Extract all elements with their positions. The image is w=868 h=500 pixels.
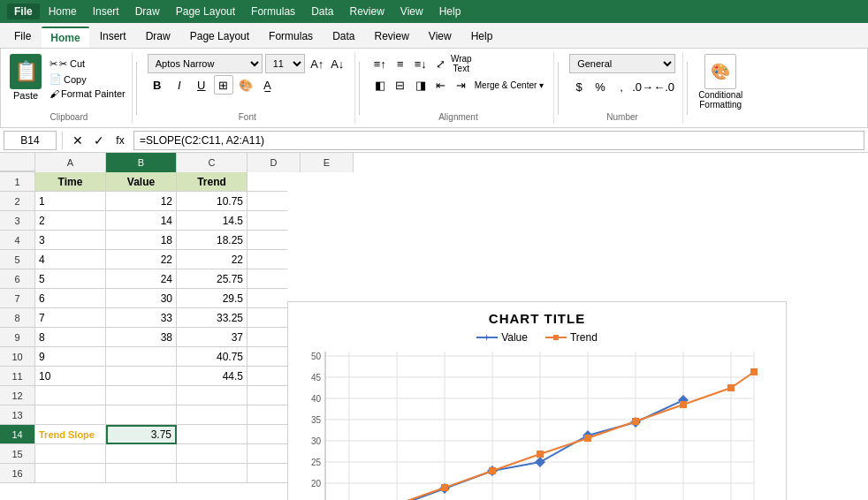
cell-d8[interactable] bbox=[247, 308, 287, 328]
currency-button[interactable]: $ bbox=[569, 77, 589, 96]
grow-font-button[interactable]: A↑ bbox=[308, 54, 327, 73]
cell-a4[interactable]: 3 bbox=[35, 231, 106, 250]
align-left-top-button[interactable]: ≡↑ bbox=[370, 54, 390, 73]
cell-c8[interactable]: 33.25 bbox=[177, 308, 247, 328]
cell-d3[interactable] bbox=[247, 211, 287, 231]
cell-a5[interactable]: 4 bbox=[35, 250, 106, 269]
cell-b14[interactable]: 3.75 bbox=[106, 425, 177, 444]
cell-a1[interactable]: Time bbox=[35, 172, 106, 192]
cell-a12[interactable] bbox=[35, 386, 106, 405]
row-num-15[interactable]: 15 bbox=[0, 444, 35, 464]
cell-d13[interactable] bbox=[247, 405, 287, 425]
cell-a14[interactable]: Trend Slope bbox=[35, 425, 106, 444]
cell-a16[interactable] bbox=[35, 464, 106, 483]
row-num-16[interactable]: 16 bbox=[0, 464, 35, 483]
col-header-e[interactable]: E bbox=[301, 153, 354, 172]
cell-c7[interactable]: 29.5 bbox=[177, 289, 247, 308]
cell-b12[interactable] bbox=[106, 386, 177, 405]
cell-b1[interactable]: Value bbox=[106, 172, 177, 192]
cell-d16[interactable] bbox=[247, 464, 287, 483]
cell-b4[interactable]: 18 bbox=[106, 231, 177, 250]
menu-insert[interactable]: Insert bbox=[86, 4, 126, 19]
increase-decimal-button[interactable]: .0→ bbox=[633, 77, 652, 96]
cancel-formula-button[interactable]: ✕ bbox=[68, 131, 88, 150]
cell-d11[interactable] bbox=[247, 367, 287, 386]
cell-b9[interactable]: 38 bbox=[106, 328, 177, 347]
italic-button[interactable]: I bbox=[170, 75, 189, 95]
tab-formulas[interactable]: Formulas bbox=[260, 27, 322, 48]
cell-c3[interactable]: 14.5 bbox=[177, 211, 247, 231]
underline-button[interactable]: U bbox=[192, 75, 211, 95]
cell-d2[interactable] bbox=[247, 192, 287, 211]
col-header-d[interactable]: D bbox=[247, 153, 301, 172]
text-direction-button[interactable]: ⤢ bbox=[431, 54, 451, 73]
align-right-button[interactable]: ◨ bbox=[411, 75, 430, 95]
tab-insert[interactable]: Insert bbox=[91, 27, 135, 48]
cell-a6[interactable]: 5 bbox=[35, 269, 106, 289]
menu-formulas[interactable]: Formulas bbox=[244, 4, 302, 19]
cell-c15[interactable] bbox=[177, 444, 247, 464]
format-painter-button[interactable]: 🖌 Format Painter bbox=[47, 87, 128, 100]
cell-c2[interactable]: 10.75 bbox=[177, 192, 247, 211]
cell-c16[interactable] bbox=[177, 464, 247, 483]
tab-help[interactable]: Help bbox=[462, 27, 502, 48]
cell-a9[interactable]: 8 bbox=[35, 328, 106, 347]
font-color-button[interactable]: A̲ bbox=[258, 75, 278, 95]
row-num-3[interactable]: 3 bbox=[0, 211, 35, 231]
cell-c6[interactable]: 25.75 bbox=[177, 269, 247, 289]
row-num-7[interactable]: 7 bbox=[0, 289, 35, 308]
border-button[interactable]: ⊞ bbox=[214, 75, 233, 95]
row-num-14[interactable]: 14 bbox=[0, 425, 35, 444]
cell-b10[interactable] bbox=[106, 347, 177, 367]
wrap-text-button[interactable]: Wrap Text bbox=[452, 54, 471, 73]
row-num-13[interactable]: 13 bbox=[0, 405, 35, 425]
merge-center-button[interactable]: Merge & Center ▾ bbox=[472, 75, 546, 95]
col-header-b[interactable]: B bbox=[106, 153, 177, 172]
cell-b3[interactable]: 14 bbox=[106, 211, 177, 231]
cell-b16[interactable] bbox=[106, 464, 177, 483]
row-num-10[interactable]: 10 bbox=[0, 347, 35, 367]
menu-draw[interactable]: Draw bbox=[128, 4, 167, 19]
tab-home[interactable]: Home bbox=[42, 27, 88, 48]
cell-d1[interactable] bbox=[247, 172, 287, 192]
cell-c14[interactable] bbox=[177, 425, 247, 444]
cell-b8[interactable]: 33 bbox=[106, 308, 177, 328]
chart-container[interactable]: CHART TITLE Value Trend 50 4 bbox=[287, 301, 787, 500]
col-header-c[interactable]: C bbox=[177, 153, 247, 172]
insert-function-button[interactable]: fx bbox=[110, 131, 130, 150]
cell-c13[interactable] bbox=[177, 405, 247, 425]
cell-c11[interactable]: 44.5 bbox=[177, 367, 247, 386]
conditional-formatting-button[interactable]: 🎨 ConditionalFormatting bbox=[698, 54, 742, 110]
align-right-top-button[interactable]: ≡↓ bbox=[411, 54, 430, 73]
cell-d9[interactable] bbox=[247, 328, 287, 347]
align-left-button[interactable]: ◧ bbox=[370, 75, 390, 95]
row-num-1[interactable]: 1 bbox=[0, 172, 35, 192]
tab-data[interactable]: Data bbox=[324, 27, 363, 48]
cell-a15[interactable] bbox=[35, 444, 106, 464]
fill-color-button[interactable]: 🎨 bbox=[236, 75, 255, 95]
row-num-2[interactable]: 2 bbox=[0, 192, 35, 211]
menu-page-layout[interactable]: Page Layout bbox=[169, 4, 242, 19]
cell-c9[interactable]: 37 bbox=[177, 328, 247, 347]
cell-a11[interactable]: 10 bbox=[35, 367, 106, 386]
cut-button[interactable]: ✂ ✂ Cut bbox=[47, 57, 128, 71]
percent-button[interactable]: % bbox=[590, 77, 610, 96]
copy-button[interactable]: 📄 Copy bbox=[47, 72, 128, 86]
tab-review[interactable]: Review bbox=[365, 27, 417, 48]
shrink-font-button[interactable]: A↓ bbox=[328, 54, 347, 73]
row-num-4[interactable]: 4 bbox=[0, 231, 35, 250]
decrease-indent-button[interactable]: ⇤ bbox=[431, 75, 451, 95]
cell-d5[interactable] bbox=[247, 250, 287, 269]
cell-d10[interactable] bbox=[247, 347, 287, 367]
menu-home[interactable]: Home bbox=[42, 4, 84, 19]
font-size-select[interactable]: 11 bbox=[265, 54, 305, 73]
cell-b11[interactable] bbox=[106, 367, 177, 386]
cell-reference-input[interactable] bbox=[4, 131, 57, 150]
formula-input[interactable] bbox=[133, 131, 864, 150]
cell-a10[interactable]: 9 bbox=[35, 347, 106, 367]
row-num-12[interactable]: 12 bbox=[0, 386, 35, 405]
cell-d4[interactable] bbox=[247, 231, 287, 250]
paste-button[interactable]: 📋 Paste bbox=[10, 54, 42, 101]
cell-c1[interactable]: Trend bbox=[177, 172, 247, 192]
menu-file[interactable]: File bbox=[7, 4, 40, 19]
